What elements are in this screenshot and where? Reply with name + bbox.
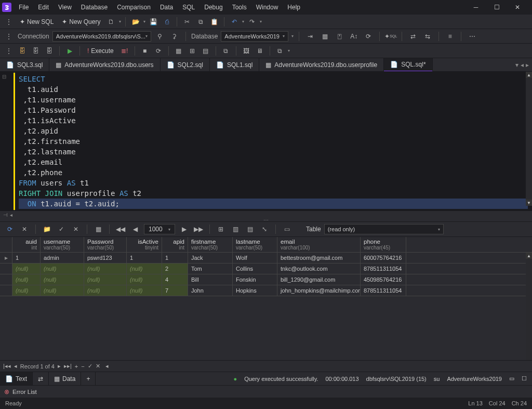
scroll-left-icon[interactable]: ◂ — [10, 212, 12, 218]
table-row[interactable]: (null)(null)(null)(null)7JohnHopkinsjohn… — [12, 285, 532, 296]
format-icon[interactable]: ⍞ — [334, 31, 345, 42]
row-indicator[interactable] — [0, 263, 12, 274]
grid-icon[interactable]: ⊞ — [187, 45, 198, 57]
view-grid-icon[interactable]: ⊞ — [215, 223, 227, 235]
table-cell[interactable]: Tom — [188, 263, 233, 274]
grid-icon[interactable]: ▦ — [173, 45, 184, 57]
scroll-left-icon[interactable]: ⊣ — [3, 212, 8, 218]
view-text-icon[interactable]: ▤ — [244, 223, 256, 235]
misc-icon[interactable]: ≡ — [444, 31, 456, 42]
table-cell[interactable]: (null) — [127, 274, 162, 285]
table-cell[interactable]: john_hompkins@mailchimp.com — [277, 285, 361, 296]
plug-icon[interactable]: ⚲ — [154, 31, 166, 42]
dropdown-icon[interactable]: ▾ — [242, 19, 244, 24]
copy-button[interactable]: ⧉ — [195, 16, 206, 28]
stop-button[interactable]: ■ — [139, 45, 151, 57]
menu-database[interactable]: Database — [77, 2, 112, 12]
table-cell[interactable]: 878511311054 — [361, 285, 406, 296]
table-cell[interactable]: Jack — [188, 253, 233, 263]
menu-file[interactable]: File — [15, 2, 33, 12]
nav-discard-icon[interactable]: ✕ — [96, 363, 100, 370]
tab-prev-icon[interactable]: ◂ — [521, 61, 524, 69]
database-select[interactable]: AdventureWorks2019▾ — [221, 31, 288, 42]
indent-icon[interactable]: ⇥ — [304, 31, 316, 42]
first-page-icon[interactable]: ◀◀ — [115, 223, 126, 235]
nav-last-icon[interactable]: ▸▸| — [64, 363, 72, 370]
table-row[interactable]: 1adminpswrd12311JackWolfbettestroom@gmai… — [12, 253, 532, 263]
open-button[interactable]: 📂 — [130, 16, 141, 28]
menu-data[interactable]: Data — [156, 2, 177, 12]
column-header[interactable]: apidint — [162, 237, 188, 252]
db-refresh-icon[interactable]: 🗄 — [30, 45, 42, 57]
vertical-scrollbar[interactable]: ▲ ▼ — [526, 72, 532, 206]
layout-icon[interactable]: ▦ — [319, 31, 330, 42]
menu-window[interactable]: Window — [252, 2, 283, 12]
column-header[interactable]: Passwordvarchar(50) — [84, 237, 127, 252]
document-tab[interactable]: 📄SQL1.sql — [210, 58, 259, 72]
expand-icon[interactable]: ⋮ — [3, 16, 15, 28]
dropdown-icon[interactable]: ▾ — [119, 19, 121, 24]
nav-first-icon[interactable]: |◂◂ — [3, 363, 11, 370]
grid-icon[interactable]: ▤ — [200, 45, 211, 57]
document-tab[interactable]: 📄SQL.sql* — [384, 58, 432, 72]
misc-icon[interactable]: ⇄ — [407, 31, 419, 42]
export-icon[interactable]: 📁 — [41, 223, 52, 235]
column-header[interactable]: lastnamevarchar(50) — [233, 237, 277, 252]
menu-tools[interactable]: Tools — [228, 2, 251, 12]
table-cell[interactable]: (null) — [12, 274, 41, 285]
new-file-button[interactable]: 🗋 — [105, 16, 117, 28]
table-cell[interactable]: 1 — [162, 253, 188, 263]
layout-icon[interactable]: ▭ — [509, 375, 514, 382]
db-icon[interactable]: 🗄 — [17, 45, 28, 57]
grid-body[interactable]: ▸1adminpswrd12311JackWolfbettestroom@gma… — [0, 253, 532, 360]
menu-view[interactable]: View — [54, 2, 76, 12]
table-cell[interactable]: Hopkins — [233, 285, 277, 296]
save-button[interactable]: 💾 — [148, 16, 159, 28]
run-button[interactable]: ▶ — [64, 45, 75, 57]
nav-remove-icon[interactable]: − — [81, 363, 84, 370]
view-pivot-icon[interactable]: ⤡ — [259, 223, 270, 235]
nav-prev-icon[interactable]: ◂ — [14, 363, 17, 370]
tab-dropdown-icon[interactable]: ▾ — [515, 61, 518, 69]
row-indicator[interactable] — [0, 285, 12, 296]
menu-help[interactable]: Help — [283, 2, 304, 12]
fold-icon[interactable]: ⊟ — [2, 74, 6, 80]
menu-comparison[interactable]: Comparison — [113, 2, 155, 12]
table-cell[interactable]: (null) — [12, 285, 41, 296]
paste-button[interactable]: 📋 — [208, 16, 220, 28]
nav-apply-icon[interactable]: ✓ — [88, 363, 92, 370]
column-header[interactable]: auidint — [12, 237, 41, 252]
misc-icon[interactable]: ⇆ — [422, 31, 433, 42]
refresh-button[interactable]: ⟳ — [363, 31, 374, 42]
refresh-grid-icon[interactable]: ⟳ — [4, 223, 16, 235]
table-cell[interactable]: (null) — [127, 263, 162, 274]
scroll-up-icon[interactable]: ▲ — [526, 72, 532, 78]
sql-editor[interactable]: ⊟ SELECT t1.auid ,t1.username ,t1.Passwo… — [0, 72, 532, 211]
table-cell[interactable]: 1 — [12, 253, 41, 263]
conn-icon[interactable]: ⋮ — [3, 31, 15, 42]
table-cell[interactable]: Collins — [233, 263, 277, 274]
dropdown-icon[interactable]: ▾ — [143, 19, 145, 24]
column-header[interactable]: usernamevarchar(50) — [41, 237, 84, 252]
table-cell[interactable]: 2 — [162, 263, 188, 274]
table-mode-select[interactable]: (read only)▾ — [324, 224, 444, 234]
table-cell[interactable]: (null) — [12, 263, 41, 274]
dropdown-icon[interactable]: ▾ — [260, 19, 262, 24]
document-tab[interactable]: ▦AdventureWorks2019.dbo.users — [49, 58, 160, 72]
table-cell[interactable]: bill_1290@gmail.com — [277, 274, 361, 285]
close-button[interactable]: ✕ — [509, 1, 526, 14]
table-row[interactable]: (null)(null)(null)(null)4BillFonskinbill… — [12, 274, 532, 285]
table-cell[interactable]: (null) — [84, 285, 127, 296]
unplug-icon[interactable]: ⚳ — [169, 31, 180, 42]
table-cell[interactable]: 7 — [162, 285, 188, 296]
table-cell[interactable]: (null) — [127, 285, 162, 296]
tab-next-icon[interactable]: ▸ — [526, 61, 529, 69]
table-cell[interactable]: (null) — [41, 285, 84, 296]
column-header[interactable]: firstnamevarchar(50) — [188, 237, 233, 252]
table-cell[interactable]: 450985764216 — [361, 274, 406, 285]
scroll-down-icon[interactable]: ▼ — [526, 200, 532, 206]
table-cell[interactable]: 1 — [127, 253, 162, 263]
table-cell[interactable]: (null) — [84, 274, 127, 285]
misc-icon[interactable]: 🖥 — [254, 45, 265, 57]
table-cell[interactable]: John — [188, 285, 233, 296]
